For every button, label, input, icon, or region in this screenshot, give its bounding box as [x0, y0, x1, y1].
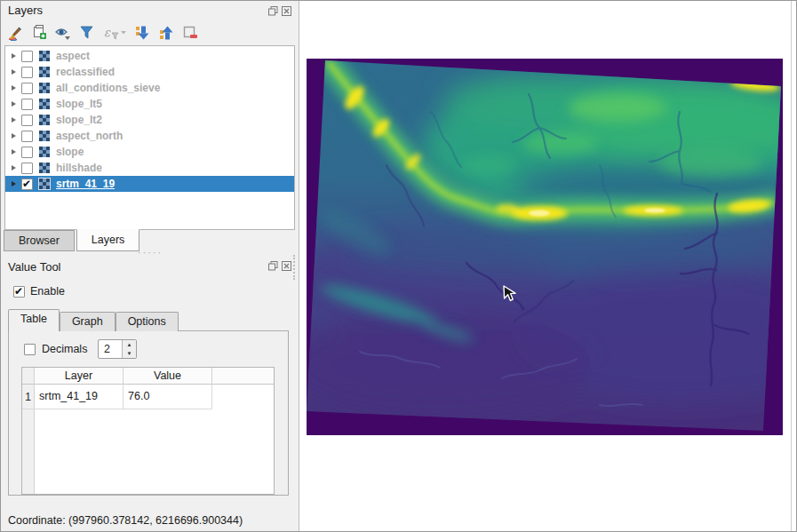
layer-checkbox[interactable] [21, 147, 33, 158]
float-panel-icon[interactable] [267, 260, 278, 271]
value-tool-tab-bar: Table Graph Options [8, 309, 179, 331]
svg-text:ε: ε [104, 26, 111, 39]
layer-checkbox[interactable] [21, 131, 33, 142]
value-table: Layer Value 1 srtm_41_19 76.0 [21, 367, 275, 495]
dock-tab-bar: Browser Layers [4, 230, 139, 251]
canvas-right-border [791, 1, 792, 531]
tab-options[interactable]: Options [116, 312, 179, 331]
enable-checkbox[interactable] [13, 286, 25, 298]
statusbar: Coordinate: (997960.378142, 6216696.9003… [1, 511, 299, 531]
row-number: 1 [22, 385, 35, 409]
spin-up-icon[interactable]: ▲ [123, 340, 136, 349]
spin-down-icon[interactable]: ▼ [123, 349, 136, 358]
value-table-header: Layer Value [22, 368, 274, 385]
layer-checkbox[interactable] [21, 51, 33, 62]
filter-legend-icon[interactable] [78, 24, 96, 42]
layer-row-srtm-41-19[interactable]: srtm_41_19 [5, 176, 294, 192]
value-tool-header: Value Tool [1, 258, 299, 276]
add-group-icon[interactable] [30, 24, 48, 42]
panel-splitter-handle[interactable]: ····· [1, 250, 299, 257]
expand-all-icon[interactable] [133, 24, 151, 42]
layer-row-hillshade[interactable]: hillshade [5, 160, 294, 176]
remove-layer-icon[interactable] [181, 24, 199, 42]
enable-label: Enable [30, 285, 65, 298]
cell-layer: srtm_41_19 [35, 385, 124, 409]
float-panel-icon[interactable] [267, 5, 278, 16]
layer-checkbox[interactable] [21, 99, 33, 110]
expand-arrow-icon[interactable] [12, 149, 16, 155]
tab-table[interactable]: Table [8, 309, 60, 331]
cell-value: 76.0 [124, 385, 212, 409]
coordinate-readout: Coordinate: (997960.378142, 6216696.9003… [8, 514, 243, 527]
table-row[interactable]: 1 srtm_41_19 76.0 [22, 385, 274, 409]
qgis-window: Layers [0, 0, 797, 532]
raster-layer-icon [38, 98, 51, 110]
expression-filter-icon[interactable]: ε [102, 24, 127, 42]
expand-arrow-icon[interactable] [12, 181, 16, 187]
decimals-label: Decimals [42, 343, 87, 355]
expand-arrow-icon[interactable] [12, 85, 16, 91]
column-header-value[interactable]: Value [124, 368, 212, 385]
layer-tree: aspect reclassified all_conditions_sieve… [4, 45, 295, 230]
expand-arrow-icon[interactable] [12, 117, 16, 123]
tab-graph[interactable]: Graph [60, 312, 116, 331]
expand-arrow-icon[interactable] [12, 69, 16, 75]
raster-layer-icon [38, 162, 51, 174]
raster-layer-icon [38, 146, 51, 158]
decimals-value: 2 [99, 340, 122, 358]
raster-layer-icon [38, 130, 51, 142]
decimals-checkbox[interactable] [24, 344, 36, 355]
layer-checkbox[interactable] [21, 83, 33, 94]
raster-layer-icon [38, 114, 51, 126]
tab-browser[interactable]: Browser [4, 230, 75, 251]
map-canvas[interactable] [300, 1, 797, 531]
layer-row-slope-lt2[interactable]: slope_lt2 [5, 112, 294, 128]
layer-row-slope-lt5[interactable]: slope_lt5 [5, 96, 294, 112]
value-tool-title: Value Tool [8, 260, 61, 274]
raster-layer-icon [38, 50, 51, 62]
layer-checkbox[interactable] [21, 179, 33, 190]
raster-layer-icon [38, 82, 51, 94]
column-header-layer[interactable]: Layer [35, 368, 124, 385]
value-tool-table-page: Decimals 2 ▲ ▼ Layer Value 1 srtm_41 [8, 330, 289, 496]
layer-checkbox[interactable] [21, 163, 33, 174]
layer-row-slope[interactable]: slope [5, 144, 294, 160]
layer-checkbox[interactable] [21, 115, 33, 126]
layers-panel-header: Layers [1, 1, 299, 20]
expand-arrow-icon[interactable] [12, 53, 16, 59]
layer-row-aspect[interactable]: aspect [5, 48, 294, 64]
collapse-all-icon[interactable] [157, 24, 175, 42]
layer-row-aspect-north[interactable]: aspect_north [5, 128, 294, 144]
map-themes-eye-icon[interactable] [54, 24, 72, 42]
raster-layer-icon [38, 178, 51, 190]
styling-brush-icon[interactable] [6, 24, 24, 42]
expand-arrow-icon[interactable] [12, 165, 16, 171]
tab-layers[interactable]: Layers [76, 229, 140, 251]
expand-arrow-icon[interactable] [12, 133, 16, 139]
layer-checkbox[interactable] [21, 67, 33, 78]
srtm-raster-image [307, 59, 783, 435]
close-panel-icon[interactable] [281, 5, 291, 16]
expand-arrow-icon[interactable] [12, 101, 16, 107]
layer-row-reclassified[interactable]: reclassified [5, 64, 294, 80]
left-dock: Layers [1, 1, 299, 531]
close-panel-icon[interactable] [281, 260, 291, 271]
layers-toolbar: ε [6, 23, 199, 43]
decimals-spinner[interactable]: 2 ▲ ▼ [98, 339, 137, 359]
layers-panel-title: Layers [8, 4, 43, 17]
raster-layer-icon [38, 66, 51, 78]
layer-row-all-conditions-sieve[interactable]: all_conditions_sieve [5, 80, 294, 96]
